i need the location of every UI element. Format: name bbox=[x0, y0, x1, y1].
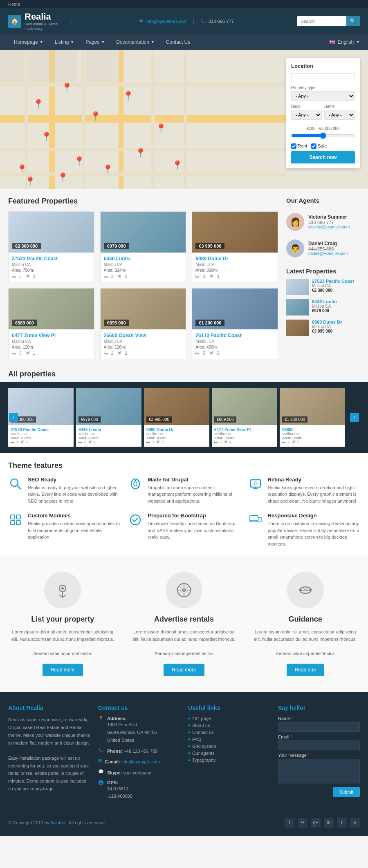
carousel-title[interactable]: 27523 Pacific Coast bbox=[11, 427, 71, 432]
property-type-label: Property type bbox=[291, 85, 355, 90]
footer-grid: About Realia Realia is super responsive,… bbox=[8, 705, 360, 803]
read-more-button-advertise[interactable]: Read more bbox=[164, 664, 204, 676]
footer-about-title: About Realia bbox=[8, 705, 90, 711]
location-input[interactable] bbox=[291, 73, 355, 82]
carousel-title[interactable]: 26600 bbox=[282, 427, 343, 432]
nav-homepage[interactable]: Homepage ▼ bbox=[8, 34, 49, 50]
search-input[interactable] bbox=[297, 17, 346, 26]
latest-name[interactable]: 27523 Pacific Coast bbox=[312, 279, 354, 284]
svg-rect-8 bbox=[151, 50, 155, 189]
all-props-header: All properties bbox=[0, 367, 368, 378]
footer-link-typography[interactable]: Typography bbox=[188, 758, 270, 763]
rent-checkbox[interactable] bbox=[291, 143, 296, 149]
cta-title: Advertise rentals bbox=[130, 615, 239, 624]
cta-title: List your property bbox=[8, 615, 117, 624]
carousel-area: Area: 300m² bbox=[146, 436, 207, 440]
read-one-button-guidance[interactable]: Read one bbox=[287, 664, 324, 676]
footer-phone-text: +48 123 456 789 bbox=[123, 749, 157, 754]
cta-section: List your property Lorem ipsum dolor sit… bbox=[0, 555, 368, 692]
footer-link-faq[interactable]: FAQ bbox=[188, 737, 270, 742]
property-type-select[interactable]: - Any - bbox=[291, 91, 355, 101]
nav-pages-label: Pages bbox=[85, 39, 99, 45]
nav-pages[interactable]: Pages ▼ bbox=[80, 34, 110, 50]
feature-content: Made for Drupal Drupal is an open source… bbox=[148, 477, 240, 505]
sale-checkbox-label[interactable]: Sale bbox=[311, 143, 327, 149]
carousel-next-button[interactable]: › bbox=[350, 413, 359, 422]
agent-card: 👩 Victoria Summer 333-666-777 victoria@e… bbox=[286, 209, 362, 235]
language-selector[interactable]: 🇬🇧 English ▼ bbox=[329, 39, 360, 45]
twitter-icon[interactable]: t bbox=[337, 818, 347, 828]
read-more-button-list[interactable]: Read more bbox=[43, 664, 83, 676]
carousel-title[interactable]: 6446 Lunita bbox=[79, 427, 139, 432]
property-meta: 🛏3 🚿3 bbox=[12, 274, 91, 279]
footer-email-link[interactable]: info@example.com bbox=[121, 759, 160, 764]
map-pin: 📍 bbox=[90, 111, 101, 122]
agent-name[interactable]: Victoria Summer bbox=[308, 214, 350, 220]
agent-email[interactable]: victoria@example.com bbox=[308, 225, 350, 229]
footer-link-404[interactable]: 404 page bbox=[188, 716, 270, 721]
carousel-price: €3 995 000 bbox=[146, 416, 172, 423]
rent-checkbox-label[interactable]: Rent bbox=[291, 143, 307, 149]
contact-message-textarea[interactable] bbox=[278, 759, 360, 783]
aviators-link[interactable]: Aviators bbox=[50, 820, 67, 825]
header-email[interactable]: info@byaviators.com bbox=[146, 19, 188, 24]
flickr-icon[interactable]: •• bbox=[298, 818, 307, 828]
carousel-title[interactable]: 6477 Zuma View Pl bbox=[214, 427, 275, 432]
baths-select[interactable]: - Any - bbox=[324, 110, 355, 120]
skype-icon: 💬 bbox=[98, 769, 104, 774]
feature-title: SEO Ready bbox=[28, 477, 120, 483]
svg-rect-5 bbox=[0, 172, 286, 176]
nav-documentation[interactable]: Documentation ▼ bbox=[110, 34, 160, 50]
property-title[interactable]: 6477 Zuma View Pl bbox=[12, 333, 91, 338]
carousel-area: Area: 750m² bbox=[11, 436, 71, 440]
featured-title: Featured Properties bbox=[8, 197, 278, 206]
property-title[interactable]: 26600 Ocean View bbox=[104, 333, 183, 338]
latest-name[interactable]: 6980 Dume Dr bbox=[312, 320, 342, 324]
nav-contact[interactable]: Contact Us bbox=[160, 34, 196, 50]
contact-name-input[interactable] bbox=[278, 722, 360, 732]
carousel-title[interactable]: 6980 Dume Dr bbox=[146, 427, 207, 432]
guidance-icon bbox=[287, 572, 324, 608]
footer-link-contact[interactable]: Contact us bbox=[188, 730, 270, 735]
map-section: 📍 📍 📍 📍 📍 📍 📍 📍 📍 📍 📍 📍 📍 Location Prope… bbox=[0, 50, 368, 189]
beds-select[interactable]: - Any - bbox=[291, 110, 322, 120]
property-title[interactable]: 26110 Pacific Coast bbox=[195, 333, 274, 338]
nav-documentation-label: Documentation bbox=[116, 39, 149, 45]
search-now-button[interactable]: Search now bbox=[291, 151, 355, 163]
carousel-info: 6980 Dume Dr Malibu CA Area: 300m² 🛏3 🚿3 bbox=[144, 425, 209, 447]
footer-link-grid[interactable]: Grid system bbox=[188, 744, 270, 749]
svg-rect-10 bbox=[0, 50, 24, 82]
bath-icon: 🚿 bbox=[117, 351, 121, 356]
home-link[interactable]: Home bbox=[8, 2, 20, 7]
carousel-card: €2 300 000 27523 Pacific Coast Malibu CA… bbox=[8, 388, 74, 447]
agent-email[interactable]: daniel@example.com bbox=[308, 251, 348, 256]
feature-content: SEO Ready Realia is ready to put your we… bbox=[28, 477, 120, 505]
vimeo-icon[interactable]: v bbox=[350, 818, 360, 828]
carousel-card: €889 000 6477 Zuma View Pl Malibu CA Are… bbox=[212, 388, 277, 447]
property-title[interactable]: 6980 Dume Dr bbox=[195, 256, 274, 262]
nav-listing[interactable]: Listing ▼ bbox=[49, 34, 80, 50]
contact-email-input[interactable] bbox=[278, 740, 360, 750]
cta-item: List your property Lorem ipsum dolor sit… bbox=[8, 572, 117, 676]
location-icon: 📍 bbox=[98, 716, 104, 721]
googleplus-icon[interactable]: g+ bbox=[311, 818, 321, 828]
price-slider[interactable] bbox=[291, 132, 355, 139]
submit-button[interactable]: Submit bbox=[333, 787, 360, 797]
sale-checkbox[interactable] bbox=[311, 143, 316, 149]
agent-name[interactable]: Daniel Craig bbox=[308, 241, 348, 246]
footer-link-about[interactable]: About us bbox=[188, 723, 270, 728]
footer-address: 📍 Address: 1900 Pico BlvdSanta Monica, C… bbox=[98, 716, 180, 744]
svg-rect-11 bbox=[29, 50, 77, 82]
footer-link-agents[interactable]: Our agents bbox=[188, 751, 270, 756]
latest-item: 6980 Dume Dr Malibu CA €3 995 000 bbox=[286, 320, 362, 336]
carousel-prev-button[interactable]: ‹ bbox=[9, 413, 18, 422]
property-price: €979 000 bbox=[104, 243, 129, 249]
facebook-icon[interactable]: f bbox=[285, 818, 294, 828]
search-button[interactable]: 🔍 bbox=[346, 16, 360, 26]
latest-name[interactable]: 6446 Lunita bbox=[312, 299, 337, 304]
feature-item: Custom Modules Realia provides custom de… bbox=[8, 512, 120, 547]
property-title[interactable]: 27523 Pacific Coast bbox=[12, 256, 91, 262]
property-title[interactable]: 6446 Lunita bbox=[104, 256, 183, 262]
linkedin-icon[interactable]: in bbox=[324, 818, 334, 828]
footer-form-title: Say hello! bbox=[278, 705, 360, 711]
